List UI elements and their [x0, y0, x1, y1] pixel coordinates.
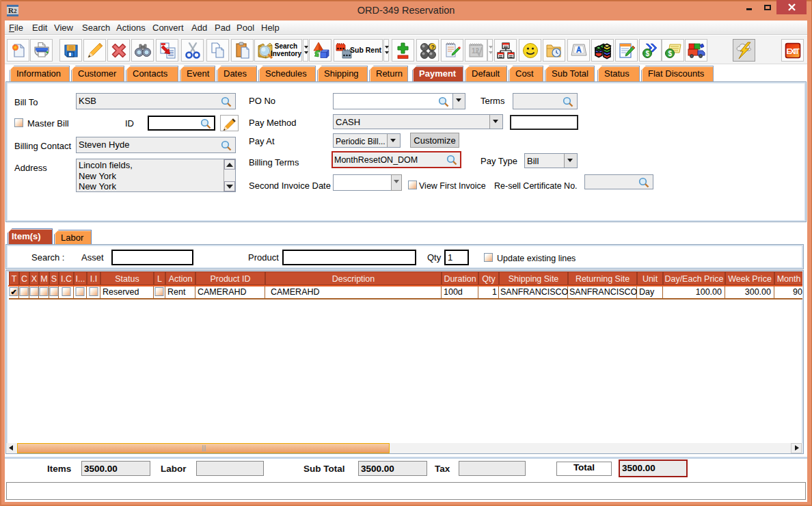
svg-text:$: $ — [668, 50, 672, 57]
svg-text:EXIT: EXIT — [786, 46, 800, 55]
svg-text:?: ? — [431, 43, 435, 50]
svg-text:$: $ — [645, 50, 649, 57]
